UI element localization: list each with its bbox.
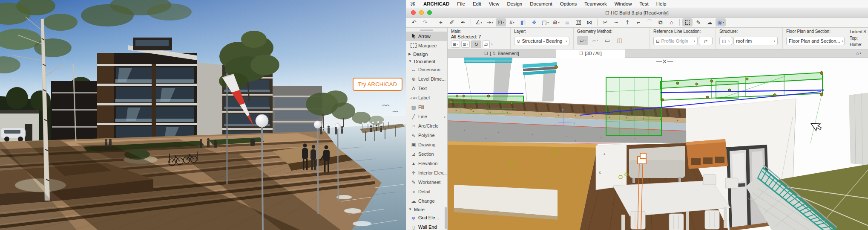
gravity-icon[interactable]: ❖ [529,18,539,26]
find-select-icon[interactable]: ⌖ [436,18,446,26]
toolbox-item-section[interactable]: ⊿ Section [406,149,447,159]
try-archicad-button[interactable]: Try ARCHICAD [353,78,402,91]
view-mode-icon[interactable]: ◉▾ [716,18,726,26]
toolbox-scrollbar[interactable] [445,207,447,229]
toolbox-item-level-dimension[interactable]: ⊕ Level Dime... [406,74,447,84]
geometry-method-3-button[interactable]: ▭ [602,36,613,45]
home-story-icon[interactable]: ⌂ [667,18,677,26]
menu-window[interactable]: Window [611,1,636,6]
view-tab-bar: ❏ [-1. Basement] ❒ [3D / All] ⌂ ▾ [448,49,868,58]
undo-button[interactable]: ↶ [409,18,419,26]
flip-icon: ⇄ [704,39,707,44]
menu-test[interactable]: Test [636,1,652,6]
fill-tool-icon: ▨ [409,105,418,110]
toolbox-item-label[interactable]: ↙A1 Label [406,93,447,102]
structure-field[interactable]: roof rim › [733,37,778,45]
chevron-icon[interactable]: › [491,42,492,47]
toolbox-item-wall-end[interactable]: ▯ Wall End [406,222,447,230]
floor-plan-section-label: Floor Plan and Section: [786,29,844,34]
reference-line-label: Reference Line Location: [653,29,713,34]
settings-dialog-button[interactable]: ⊞› [451,41,460,48]
rotate-mode-button[interactable]: ↻ [471,41,481,48]
floor-plan-display-field[interactable]: Floor Plan and Section... › [786,37,845,45]
toolbox-item-grid-element[interactable]: φ Grid Ele... [406,213,447,222]
toolbox-item-line[interactable]: ╱ Line › [406,112,447,121]
structure-type-button[interactable]: ◫ › [719,37,732,45]
toolbox-item-arrow[interactable]: Arrow [406,32,447,41]
menu-view[interactable]: View [485,1,503,6]
menu-teamwork[interactable]: Teamwork [581,1,610,6]
toolbox-item-elevation[interactable]: ▲ Elevation [406,159,447,168]
favorites-icon[interactable]: ⊡▾ [496,18,506,26]
stretch-icon[interactable]: ⋈ [584,18,595,26]
toolbox-item-text[interactable]: A Text [406,84,447,93]
magic-wand-icon[interactable]: ≣ [562,18,572,26]
infobar-floorplan-section: Floor Plan and Section: Floor Plan and S… [783,28,847,49]
menu-archicad[interactable]: ARCHICAD [420,1,453,6]
fillet-icon[interactable]: ⌒ [644,18,655,26]
structure-label: Structure: [719,29,780,34]
3d-viewport[interactable]: z x [448,58,868,230]
top-label: Top: [850,35,868,41]
toolbox-group-document[interactable]: ▼ Document [406,58,447,65]
editing-plane-icon[interactable]: ◧ [518,18,528,26]
toolbox-item-marquee[interactable]: Marquee [406,41,447,50]
interior-room: z x [448,139,738,230]
menu-file[interactable]: File [453,1,469,6]
toolbox-item-worksheet[interactable]: ✎ Worksheet [406,178,447,187]
adjust-icon[interactable]: ∽ [611,18,621,26]
trim-icon[interactable]: ⌐ [633,18,644,26]
toolbox-item-fill[interactable]: ▨ Fill [406,102,447,112]
apple-menu-icon[interactable]: ⌘ [410,1,415,7]
menu-design[interactable]: Design [503,1,526,6]
trash-bin [250,139,255,146]
sketch-icon[interactable]: ✎ [693,18,704,26]
toolbox-item-change[interactable]: ☁ Change [406,196,447,206]
select-elements-button[interactable]: ⊡› [461,41,470,48]
sofa [629,146,685,183]
toolbox-item-interior-elevation[interactable]: ✛ Interior Elev... [406,168,447,178]
geometry-method-1-button[interactable]: ▱› [577,36,588,45]
layer-field[interactable]: ⊙ Structural - Bearing › [514,37,569,45]
tab-3d-all[interactable]: ❒ [3D / All] [556,49,625,58]
resize-icon[interactable]: ⧉ [655,18,666,26]
tab-basement[interactable]: ❏ [-1. Basement] [448,49,556,57]
chevron-right-icon: ▶ [408,52,411,56]
grid-snap-icon[interactable]: #▾ [507,18,517,26]
toolbox-group-design[interactable]: ▶ Design [406,50,447,58]
polygon-preview-button[interactable]: ▱ [483,40,490,48]
toolbox-item-drawing[interactable]: ▣ Drawing [406,140,447,149]
cloud-icon[interactable]: ☁ [704,18,715,26]
menu-help[interactable]: Help [652,1,670,6]
menu-options[interactable]: Options [556,1,581,6]
toolbox-item-dimension[interactable]: ↔ Dimension [406,65,447,74]
info-bar: Main: All Selected: 7 ⊞› ⊡› ↻ ▱ › Layer: [448,28,868,49]
lock-icon[interactable]: ⋒▾ [551,18,561,26]
menu-edit[interactable]: Edit [469,1,485,6]
cabinet [686,139,728,169]
toolbox-item-detail[interactable]: ◑ Detail [406,187,447,196]
inject-parameters-icon[interactable]: ✒ [458,18,468,26]
guide-lines-icon[interactable]: ∠▾ [474,18,484,26]
toolbox-drag-handle[interactable] [406,28,447,32]
quick-options[interactable]: ⌂ ▾ [856,49,861,57]
dimension-icon[interactable]: 12 [573,18,583,26]
tracker-icon[interactable]: ⇢▾ [485,18,495,26]
split-icon[interactable]: ✂ [600,18,610,26]
detail-tool-icon: ◑ [409,189,418,194]
geometry-method-4-button[interactable]: ◫ [614,36,625,45]
elevate-icon[interactable]: ↥ [622,18,632,26]
pick-up-parameters-icon[interactable]: ✐ [447,18,457,26]
reference-line-field[interactable]: ⊟ Profile Origin › [653,37,698,45]
level-dimension-tool-icon: ⊕ [409,76,418,82]
toolbox-item-polyline[interactable]: ∿ Polyline [406,131,447,140]
flip-reference-button[interactable]: ⇄ [699,37,713,45]
geometry-method-2-button[interactable]: ⌓› [589,36,601,45]
frame-icon[interactable]: ▢▾ [540,18,550,26]
toolbox-item-arc-circle[interactable]: ○ Arc/Circle [406,121,447,131]
submenu-chevron-icon: › [444,114,445,119]
menu-document[interactable]: Document [526,1,556,6]
toolbox-group-more[interactable]: ▼ More [406,206,447,213]
marquee-3d-icon[interactable] [682,18,693,26]
redo-button[interactable]: ↷ [420,18,430,26]
